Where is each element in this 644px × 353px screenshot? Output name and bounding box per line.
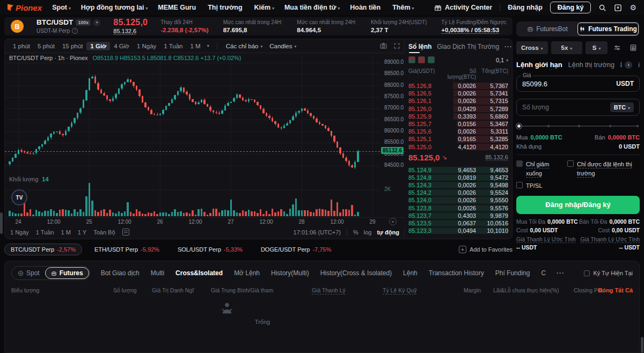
range-button[interactable]: 1 Y (78, 229, 86, 236)
interval-button[interactable]: 1 Giờ (86, 42, 110, 50)
amount-input[interactable]: Số lượng BTC ▾ (516, 99, 640, 116)
nav-item[interactable]: Thị trường (208, 4, 244, 11)
positions-tab[interactable]: Lệnh (403, 269, 418, 277)
ask-row[interactable]: 85.125,1 0,9165 5,3285 (408, 135, 508, 143)
ask-row[interactable]: 85.125,6 0,0026 5,3311 (408, 128, 508, 135)
bid-row[interactable]: 85.124,0 0,0026 9,5550 (408, 196, 508, 204)
tpsl-checkbox[interactable] (516, 182, 523, 188)
tab-market-trades[interactable]: Giao Dịch Thị Trường (437, 43, 499, 50)
order-type-tab[interactable]: Lệnh K (620, 61, 622, 69)
slider-tick[interactable] (609, 124, 612, 128)
nav-item[interactable]: Hợp đồng tương lai ▾ (81, 4, 148, 11)
price-input[interactable]: Giá 85099.6 USDT (516, 76, 640, 92)
bid-row[interactable]: 85.124,2 0,0026 9,5524 (408, 189, 508, 196)
chart-stage[interactable]: BTC/USDT Perp · 1h · Pionex O85118.9 H85… (5, 53, 405, 226)
interval-dropdown-icon[interactable]: ▾ (205, 43, 211, 48)
interval-button[interactable]: 5 phút (34, 42, 58, 50)
order-type-tab[interactable]: Lệnh thị trường (568, 61, 614, 69)
nav-item[interactable]: Hoàn tiền (350, 4, 382, 11)
bid-row[interactable]: 85.124,3 0,0026 9,5498 (408, 181, 508, 189)
positions-tab[interactable]: Cross&Isolated (175, 269, 223, 277)
range-button[interactable]: Toàn Bộ (93, 229, 115, 236)
bid-row[interactable]: 85.124,8 0,0819 9,5472 (408, 174, 508, 181)
calculator-icon[interactable] (627, 41, 640, 54)
register-button[interactable]: Đăng ký (550, 2, 591, 13)
pair-box[interactable]: BTC/USDT 100x ▾ USDT-M Perp i (36, 18, 100, 34)
clock[interactable]: 17:01:06 (UTC+7) (294, 229, 341, 236)
ask-row[interactable]: 85.126,1 0,0026 5,7315 (408, 97, 508, 105)
current-symbol-checkbox[interactable] (584, 270, 590, 276)
price-axis[interactable]: 89000.088500.088000.087500.087000.086500… (380, 53, 405, 217)
positions-tab[interactable]: Transaction History (429, 269, 484, 277)
positions-tab[interactable]: Mở Lệnh (234, 269, 260, 277)
bid-row[interactable]: 85.123,8 0,0026 9,5576 (408, 204, 508, 212)
toggle-futures[interactable]: Futures (45, 267, 89, 279)
interval-button[interactable]: 1 M (187, 42, 204, 50)
favorite-pair[interactable]: BTC/USDT Perp -2,57% (4, 244, 82, 255)
positions-tab[interactable]: History(Cross & Isolated) (320, 269, 392, 277)
axis-option[interactable]: tự động (377, 229, 399, 236)
chevron-right-icon[interactable]: › (625, 61, 632, 69)
market-only-option[interactable]: Chỉ được đặt lệnh thị trường (567, 160, 640, 178)
pair-dropdown-icon[interactable]: ▾ (93, 19, 100, 26)
favorite-pair[interactable]: SOL/USDT Perp -5,33% (172, 244, 248, 255)
more-tabs-icon[interactable]: ··· (557, 269, 565, 277)
activity-center-link[interactable]: Activity Center (434, 4, 492, 11)
mid-price-row[interactable]: 85.125,0 ↘ 85.132,6 (408, 151, 508, 164)
leverage-select[interactable]: 5x ▾ (551, 41, 583, 54)
axis-option[interactable]: log (364, 229, 372, 236)
login-link[interactable]: Đăng nhập (508, 4, 543, 11)
tpsl-option[interactable]: TP/SL (516, 181, 640, 190)
positions-tab[interactable]: Phí Funding (495, 269, 530, 277)
ask-row[interactable]: 85.125,0 4,4120 4,4120 (408, 143, 508, 151)
order-type-tab[interactable]: Lệnh giới hạn (516, 61, 562, 69)
tick-size-select[interactable]: 0,1 ▾ (496, 57, 508, 63)
interval-button[interactable]: 15 phút (58, 42, 86, 50)
more-menu-icon[interactable]: ··· (504, 43, 513, 50)
ask-row[interactable]: 85.125,7 0,0156 5,3467 (408, 120, 508, 128)
bid-row[interactable]: 85.123,3 0,0494 10,1010 (408, 227, 508, 234)
tradingview-logo[interactable]: TV (11, 189, 27, 205)
left-scrollbar-handle[interactable] (0, 212, 3, 234)
favorite-pair[interactable]: DOGE/USDT Perp -7,75% (255, 244, 337, 255)
interval-button[interactable]: 1 Ngày (133, 42, 160, 50)
fullscreen-icon[interactable] (393, 42, 400, 49)
camera-icon[interactable] (380, 42, 387, 49)
range-button[interactable]: 1 M (61, 229, 71, 236)
amount-slider[interactable] (516, 123, 640, 129)
bid-row[interactable]: 85.123,5 0,0637 10,0516 (408, 219, 508, 227)
nav-item[interactable]: Thêm ▾ (392, 4, 414, 11)
gear-icon[interactable]: ⚙ (630, 3, 636, 12)
nav-item[interactable]: Mua tiền điện tử ▾ (284, 4, 340, 11)
positions-tab[interactable]: History(Multi) (271, 269, 309, 277)
reduce-only-option[interactable]: Chỉ giảm xuống (516, 160, 559, 178)
ask-row[interactable]: 85.125,9 0,3393 5,6860 (408, 113, 508, 120)
ask-row[interactable]: 85.126,0 0,0429 5,7289 (408, 105, 508, 113)
tab-orderbook[interactable]: Sổ lệnh (408, 43, 431, 50)
positions-tab[interactable]: Bot Giao dịch (101, 269, 140, 277)
nav-item[interactable]: Kiếm ▾ (254, 4, 274, 11)
toggle-spot[interactable]: Spot (12, 267, 45, 279)
pionex-logo[interactable]: Pionex (8, 3, 42, 12)
slider-tick[interactable] (547, 124, 550, 128)
margin-mode-select[interactable]: Cross ▾ (516, 41, 548, 54)
market-only-checkbox[interactable] (567, 160, 574, 167)
close-all-button[interactable]: Đóng Tất Cả (598, 287, 633, 293)
indicators-button[interactable]: Các chỉ báo ▾ (223, 43, 266, 49)
unit-select[interactable]: S ▾ (586, 41, 608, 54)
date-range-icon[interactable] (122, 229, 129, 236)
ask-row[interactable]: 85.126,5 0,0026 5,7341 (408, 90, 508, 97)
reduce-only-checkbox[interactable] (516, 160, 523, 167)
range-button[interactable]: 1 Ngày (10, 229, 29, 236)
positions-tab[interactable]: Multi (151, 269, 164, 277)
tab-futuresbot[interactable]: FuturesBot (517, 23, 577, 35)
go-to-realtime-icon[interactable]: » (389, 218, 397, 225)
nav-item[interactable]: MEME Guru (158, 4, 197, 11)
preferences-icon[interactable] (611, 41, 624, 54)
time-axis[interactable]: 2412:002512:002612:002712:002812:0029 (5, 217, 405, 226)
layout-asks-icon[interactable] (418, 56, 425, 63)
tab-futures-trading[interactable]: Futures Trading (577, 23, 639, 35)
right-scrollbar-handle[interactable] (641, 337, 643, 353)
interval-button[interactable]: 1 Tuần (160, 42, 186, 50)
add-to-favorites-button[interactable]: + Add to Favorites (459, 246, 513, 253)
